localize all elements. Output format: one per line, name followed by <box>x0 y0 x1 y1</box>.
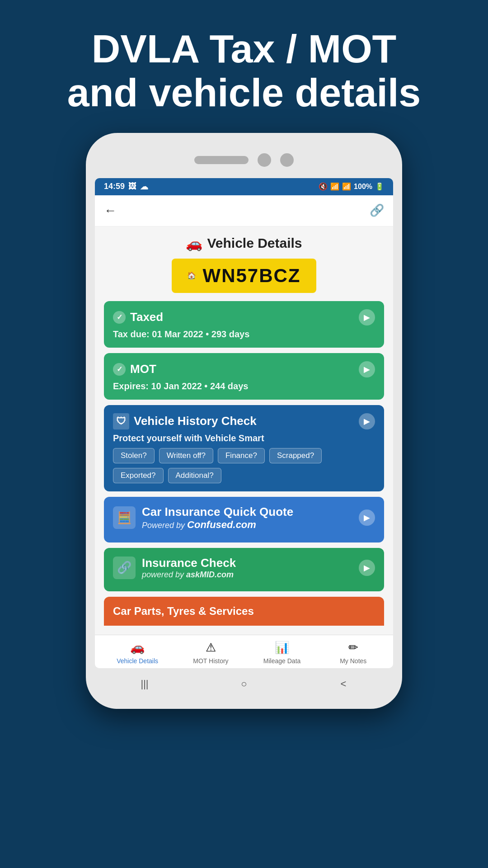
taxed-arrow[interactable]: ▶ <box>359 309 375 326</box>
calculator-icon: 🧮 <box>113 506 136 529</box>
insurance-quote-text: Car Insurance Quick Quote Powered by Con… <box>142 505 293 531</box>
status-mute-icon: 🔇 <box>319 182 328 191</box>
nav-mot-history[interactable]: ⚠ MOT History <box>192 641 229 665</box>
tag-finance[interactable]: Finance? <box>218 448 265 463</box>
insurance-quote-powered: Powered by Confused.com <box>142 519 293 531</box>
tag-scrapped[interactable]: Scrapped? <box>269 448 322 463</box>
taxed-title: ✓ Taxed <box>113 310 163 324</box>
license-plate: 🏠 WN57BCZ <box>172 259 316 293</box>
status-left: 14:59 🖼 ☁ <box>104 182 148 192</box>
status-signal-icon: 📶 <box>342 182 351 191</box>
nav-mot-icon: ⚠ <box>206 641 216 655</box>
phone-recent-btn[interactable]: < <box>334 675 352 693</box>
header-line1: DVLA Tax / MOT <box>67 27 421 71</box>
status-right: 🔇 📶 📶 100% 🔋 <box>319 182 384 191</box>
insurance-quote-title: Car Insurance Quick Quote <box>142 505 293 519</box>
status-time: 14:59 <box>104 182 125 191</box>
insurance-quote-title-text: Car Insurance Quick Quote <box>142 505 293 519</box>
ic-powered-by: powered by <box>142 570 184 579</box>
status-wifi-icon: 📶 <box>330 182 339 191</box>
nav-mileage[interactable]: 📊 Mileage Data <box>263 641 301 665</box>
mot-card[interactable]: ✓ MOT ▶ Expires: 10 Jan 2022 • 244 days <box>104 353 384 400</box>
askmid-brand: askMID.com <box>186 570 234 579</box>
check-icon: ✓ <box>113 311 126 324</box>
insurance-check-arrow[interactable]: ▶ <box>359 560 375 576</box>
phone-screen: 14:59 🖼 ☁ 🔇 📶 📶 100% 🔋 ← 🔗 🚗 Vehicle Det… <box>95 178 393 668</box>
tag-additional[interactable]: Additional? <box>168 468 221 483</box>
taxed-label: Taxed <box>130 310 163 324</box>
link-icon: 🔗 <box>113 557 136 579</box>
mot-detail: Expires: 10 Jan 2022 • 244 days <box>113 381 375 392</box>
tag-written-off[interactable]: Written off? <box>159 448 213 463</box>
phone-home-btn[interactable]: ○ <box>235 675 253 693</box>
mot-title: ✓ MOT <box>113 362 156 376</box>
insurance-check-title-text: Insurance Check <box>142 556 236 570</box>
title-text: Vehicle Details <box>207 236 302 251</box>
history-subtitle: Protect yourself with Vehicle Smart <box>113 433 375 443</box>
insurance-check-title: Insurance Check <box>142 556 236 570</box>
mot-label: MOT <box>130 362 156 376</box>
page-title: 🚗 Vehicle Details <box>104 236 384 251</box>
page-header: DVLA Tax / MOT and vehicle details <box>31 0 457 133</box>
insurance-check-content: 🔗 Insurance Check powered by askMID.com <box>113 556 236 580</box>
phone-camera-1 <box>258 153 271 167</box>
history-check-card[interactable]: 🛡 Vehicle History Check ▶ Protect yourse… <box>104 405 384 491</box>
phone-notch <box>95 142 393 178</box>
status-bar: 14:59 🖼 ☁ 🔇 📶 📶 100% 🔋 <box>95 178 393 195</box>
confused-brand: Confused.com <box>187 519 256 530</box>
shield-icon: 🛡 <box>113 413 129 429</box>
history-tags: Stolen? Written off? Finance? Scrapped? … <box>113 448 375 483</box>
mot-check-icon: ✓ <box>113 363 126 376</box>
nav-bar: ← 🔗 <box>95 195 393 226</box>
nav-mot-label: MOT History <box>193 657 228 665</box>
insurance-check-text: Insurance Check powered by askMID.com <box>142 556 236 580</box>
nav-notes-icon: ✏ <box>348 641 358 655</box>
nav-vehicle-details[interactable]: 🚗 Vehicle Details <box>117 641 158 665</box>
powered-by-text: Powered by <box>142 521 185 530</box>
taxed-detail: Tax due: 01 Mar 2022 • 293 days <box>113 329 375 340</box>
phone-bottom-bar: ||| ○ < <box>95 668 393 700</box>
insurance-quote-arrow[interactable]: ▶ <box>359 509 375 526</box>
header-line2: and vehicle details <box>67 71 421 115</box>
bottom-nav: 🚗 Vehicle Details ⚠ MOT History 📊 Mileag… <box>95 635 393 668</box>
insurance-quote-card[interactable]: 🧮 Car Insurance Quick Quote Powered by C… <box>104 497 384 542</box>
plate-text: WN57BCZ <box>202 265 300 287</box>
phone-back-btn[interactable]: ||| <box>136 675 154 693</box>
phone-speaker <box>194 156 249 164</box>
nav-mileage-label: Mileage Data <box>263 657 301 665</box>
insurance-check-powered: powered by askMID.com <box>142 570 236 580</box>
tag-stolen[interactable]: Stolen? <box>113 448 155 463</box>
parts-card[interactable]: Car Parts, Tyres & Services <box>104 597 384 626</box>
phone-camera-2 <box>280 153 294 167</box>
taxed-card[interactable]: ✓ Taxed ▶ Tax due: 01 Mar 2022 • 293 day… <box>104 301 384 348</box>
nav-vehicle-icon: 🚗 <box>130 641 145 655</box>
mot-arrow[interactable]: ▶ <box>359 361 375 377</box>
phone-frame: 14:59 🖼 ☁ 🔇 📶 📶 100% 🔋 ← 🔗 🚗 Vehicle Det… <box>86 133 402 709</box>
share-button[interactable]: 🔗 <box>370 203 384 217</box>
back-button[interactable]: ← <box>104 203 117 218</box>
parts-title: Car Parts, Tyres & Services <box>113 605 375 618</box>
status-image-icon: 🖼 <box>128 182 136 191</box>
tag-exported[interactable]: Exported? <box>113 468 164 483</box>
page-content: 🚗 Vehicle Details 🏠 WN57BCZ ✓ Taxed ▶ Ta… <box>95 226 393 635</box>
garage-icon: 🏠 <box>187 271 196 280</box>
status-battery: 100% <box>354 183 372 191</box>
status-cloud-icon: ☁ <box>140 182 148 192</box>
insurance-quote-content: 🧮 Car Insurance Quick Quote Powered by C… <box>113 505 293 531</box>
nav-mileage-icon: 📊 <box>275 641 289 655</box>
history-arrow[interactable]: ▶ <box>359 413 375 429</box>
insurance-check-card[interactable]: 🔗 Insurance Check powered by askMID.com … <box>104 548 384 591</box>
nav-notes-label: My Notes <box>340 657 366 665</box>
history-title: 🛡 Vehicle History Check <box>113 413 257 429</box>
status-battery-icon: 🔋 <box>375 182 384 191</box>
nav-notes[interactable]: ✏ My Notes <box>335 641 371 665</box>
car-icon: 🚗 <box>186 236 202 251</box>
nav-vehicle-label: Vehicle Details <box>117 657 158 665</box>
history-title-text: Vehicle History Check <box>134 414 257 428</box>
